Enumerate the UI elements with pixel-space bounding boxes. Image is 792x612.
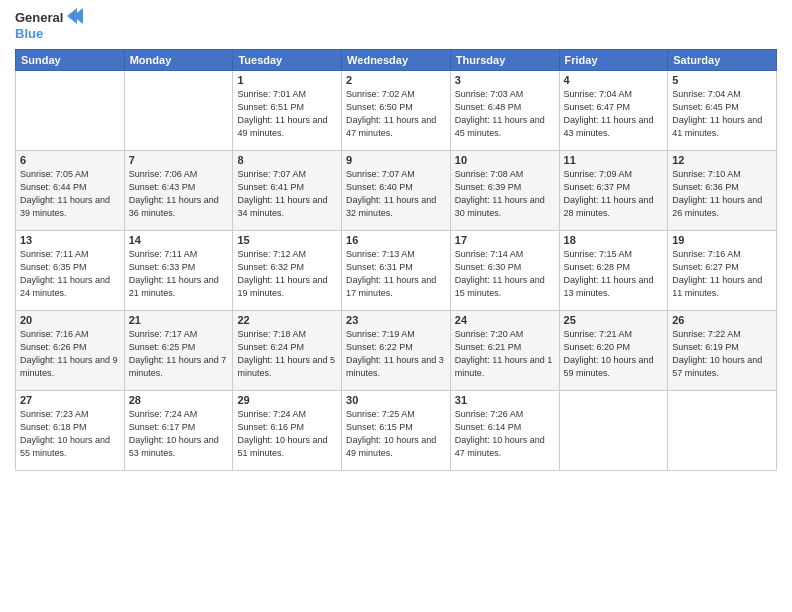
day-number: 7 — [129, 154, 229, 166]
day-info: Sunrise: 7:24 AM Sunset: 6:16 PM Dayligh… — [237, 408, 337, 460]
day-info: Sunrise: 7:01 AM Sunset: 6:51 PM Dayligh… — [237, 88, 337, 140]
day-number: 22 — [237, 314, 337, 326]
calendar-cell: 17Sunrise: 7:14 AM Sunset: 6:30 PM Dayli… — [450, 231, 559, 311]
calendar-cell: 27Sunrise: 7:23 AM Sunset: 6:18 PM Dayli… — [16, 391, 125, 471]
calendar-cell: 15Sunrise: 7:12 AM Sunset: 6:32 PM Dayli… — [233, 231, 342, 311]
day-info: Sunrise: 7:04 AM Sunset: 6:47 PM Dayligh… — [564, 88, 664, 140]
calendar-cell: 21Sunrise: 7:17 AM Sunset: 6:25 PM Dayli… — [124, 311, 233, 391]
weekday-header-row: SundayMondayTuesdayWednesdayThursdayFrid… — [16, 50, 777, 71]
logo-blue: Blue — [15, 26, 83, 42]
calendar-cell: 12Sunrise: 7:10 AM Sunset: 6:36 PM Dayli… — [668, 151, 777, 231]
weekday-header-tuesday: Tuesday — [233, 50, 342, 71]
day-number: 14 — [129, 234, 229, 246]
calendar-cell: 2Sunrise: 7:02 AM Sunset: 6:50 PM Daylig… — [342, 71, 451, 151]
day-info: Sunrise: 7:09 AM Sunset: 6:37 PM Dayligh… — [564, 168, 664, 220]
logo-general: General — [15, 10, 63, 26]
day-info: Sunrise: 7:11 AM Sunset: 6:33 PM Dayligh… — [129, 248, 229, 300]
header: General Blue — [15, 10, 777, 41]
logo: General Blue — [15, 10, 83, 41]
calendar-cell: 5Sunrise: 7:04 AM Sunset: 6:45 PM Daylig… — [668, 71, 777, 151]
calendar-cell: 7Sunrise: 7:06 AM Sunset: 6:43 PM Daylig… — [124, 151, 233, 231]
calendar-cell: 31Sunrise: 7:26 AM Sunset: 6:14 PM Dayli… — [450, 391, 559, 471]
day-info: Sunrise: 7:26 AM Sunset: 6:14 PM Dayligh… — [455, 408, 555, 460]
calendar-cell — [124, 71, 233, 151]
day-number: 5 — [672, 74, 772, 86]
day-number: 17 — [455, 234, 555, 246]
day-number: 12 — [672, 154, 772, 166]
day-number: 2 — [346, 74, 446, 86]
page: General Blue SundayMondayTuesdayWednesda… — [0, 0, 792, 612]
day-info: Sunrise: 7:21 AM Sunset: 6:20 PM Dayligh… — [564, 328, 664, 380]
calendar-cell: 1Sunrise: 7:01 AM Sunset: 6:51 PM Daylig… — [233, 71, 342, 151]
day-number: 1 — [237, 74, 337, 86]
calendar-cell — [559, 391, 668, 471]
calendar-cell: 3Sunrise: 7:03 AM Sunset: 6:48 PM Daylig… — [450, 71, 559, 151]
day-info: Sunrise: 7:04 AM Sunset: 6:45 PM Dayligh… — [672, 88, 772, 140]
day-number: 23 — [346, 314, 446, 326]
calendar-cell: 20Sunrise: 7:16 AM Sunset: 6:26 PM Dayli… — [16, 311, 125, 391]
calendar-cell: 9Sunrise: 7:07 AM Sunset: 6:40 PM Daylig… — [342, 151, 451, 231]
day-number: 29 — [237, 394, 337, 406]
week-row-5: 27Sunrise: 7:23 AM Sunset: 6:18 PM Dayli… — [16, 391, 777, 471]
calendar-cell: 23Sunrise: 7:19 AM Sunset: 6:22 PM Dayli… — [342, 311, 451, 391]
weekday-header-saturday: Saturday — [668, 50, 777, 71]
week-row-3: 13Sunrise: 7:11 AM Sunset: 6:35 PM Dayli… — [16, 231, 777, 311]
day-info: Sunrise: 7:17 AM Sunset: 6:25 PM Dayligh… — [129, 328, 229, 380]
calendar-cell: 22Sunrise: 7:18 AM Sunset: 6:24 PM Dayli… — [233, 311, 342, 391]
day-number: 27 — [20, 394, 120, 406]
calendar-cell: 25Sunrise: 7:21 AM Sunset: 6:20 PM Dayli… — [559, 311, 668, 391]
calendar-cell: 28Sunrise: 7:24 AM Sunset: 6:17 PM Dayli… — [124, 391, 233, 471]
day-number: 6 — [20, 154, 120, 166]
day-number: 28 — [129, 394, 229, 406]
weekday-header-thursday: Thursday — [450, 50, 559, 71]
day-number: 8 — [237, 154, 337, 166]
day-info: Sunrise: 7:02 AM Sunset: 6:50 PM Dayligh… — [346, 88, 446, 140]
day-info: Sunrise: 7:14 AM Sunset: 6:30 PM Dayligh… — [455, 248, 555, 300]
day-number: 20 — [20, 314, 120, 326]
day-number: 18 — [564, 234, 664, 246]
day-info: Sunrise: 7:19 AM Sunset: 6:22 PM Dayligh… — [346, 328, 446, 380]
day-number: 19 — [672, 234, 772, 246]
day-info: Sunrise: 7:16 AM Sunset: 6:26 PM Dayligh… — [20, 328, 120, 380]
day-number: 11 — [564, 154, 664, 166]
calendar-cell: 6Sunrise: 7:05 AM Sunset: 6:44 PM Daylig… — [16, 151, 125, 231]
day-info: Sunrise: 7:11 AM Sunset: 6:35 PM Dayligh… — [20, 248, 120, 300]
day-info: Sunrise: 7:06 AM Sunset: 6:43 PM Dayligh… — [129, 168, 229, 220]
calendar-cell: 4Sunrise: 7:04 AM Sunset: 6:47 PM Daylig… — [559, 71, 668, 151]
calendar-cell: 30Sunrise: 7:25 AM Sunset: 6:15 PM Dayli… — [342, 391, 451, 471]
day-info: Sunrise: 7:07 AM Sunset: 6:40 PM Dayligh… — [346, 168, 446, 220]
day-number: 31 — [455, 394, 555, 406]
calendar-cell: 29Sunrise: 7:24 AM Sunset: 6:16 PM Dayli… — [233, 391, 342, 471]
day-number: 4 — [564, 74, 664, 86]
day-number: 30 — [346, 394, 446, 406]
calendar-cell: 11Sunrise: 7:09 AM Sunset: 6:37 PM Dayli… — [559, 151, 668, 231]
calendar-cell: 26Sunrise: 7:22 AM Sunset: 6:19 PM Dayli… — [668, 311, 777, 391]
day-number: 15 — [237, 234, 337, 246]
calendar-table: SundayMondayTuesdayWednesdayThursdayFrid… — [15, 49, 777, 471]
day-number: 3 — [455, 74, 555, 86]
weekday-header-monday: Monday — [124, 50, 233, 71]
day-info: Sunrise: 7:23 AM Sunset: 6:18 PM Dayligh… — [20, 408, 120, 460]
calendar-cell: 24Sunrise: 7:20 AM Sunset: 6:21 PM Dayli… — [450, 311, 559, 391]
week-row-1: 1Sunrise: 7:01 AM Sunset: 6:51 PM Daylig… — [16, 71, 777, 151]
day-number: 25 — [564, 314, 664, 326]
calendar-cell: 8Sunrise: 7:07 AM Sunset: 6:41 PM Daylig… — [233, 151, 342, 231]
day-info: Sunrise: 7:22 AM Sunset: 6:19 PM Dayligh… — [672, 328, 772, 380]
week-row-4: 20Sunrise: 7:16 AM Sunset: 6:26 PM Dayli… — [16, 311, 777, 391]
day-number: 16 — [346, 234, 446, 246]
week-row-2: 6Sunrise: 7:05 AM Sunset: 6:44 PM Daylig… — [16, 151, 777, 231]
day-info: Sunrise: 7:08 AM Sunset: 6:39 PM Dayligh… — [455, 168, 555, 220]
day-number: 9 — [346, 154, 446, 166]
day-info: Sunrise: 7:13 AM Sunset: 6:31 PM Dayligh… — [346, 248, 446, 300]
calendar-cell — [668, 391, 777, 471]
day-number: 13 — [20, 234, 120, 246]
logo-container: General Blue — [15, 10, 83, 41]
calendar-cell: 13Sunrise: 7:11 AM Sunset: 6:35 PM Dayli… — [16, 231, 125, 311]
day-info: Sunrise: 7:12 AM Sunset: 6:32 PM Dayligh… — [237, 248, 337, 300]
day-number: 26 — [672, 314, 772, 326]
day-info: Sunrise: 7:24 AM Sunset: 6:17 PM Dayligh… — [129, 408, 229, 460]
calendar-cell: 18Sunrise: 7:15 AM Sunset: 6:28 PM Dayli… — [559, 231, 668, 311]
day-info: Sunrise: 7:10 AM Sunset: 6:36 PM Dayligh… — [672, 168, 772, 220]
calendar-cell: 14Sunrise: 7:11 AM Sunset: 6:33 PM Dayli… — [124, 231, 233, 311]
weekday-header-wednesday: Wednesday — [342, 50, 451, 71]
